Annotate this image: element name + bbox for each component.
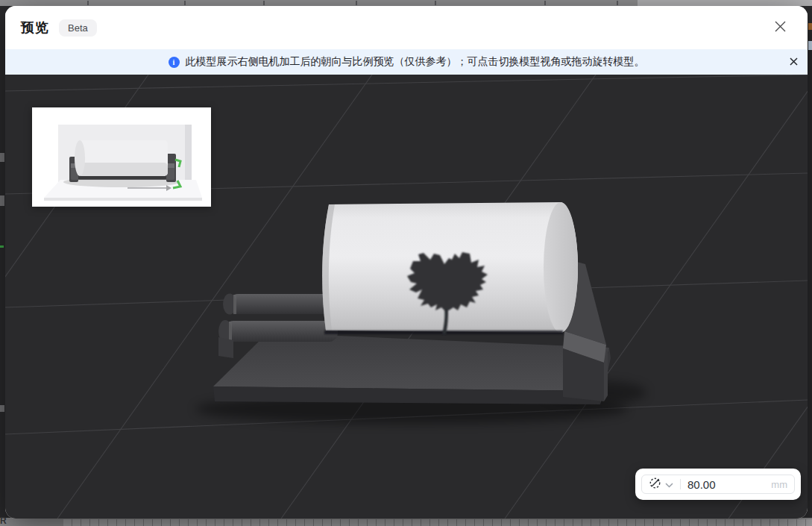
info-icon: i	[169, 57, 180, 68]
info-banner: i 此模型展示右侧电机加工后的朝向与比例预览（仅供参考）；可点击切换模型视角或拖…	[5, 49, 808, 75]
background-top-ruler	[0, 0, 812, 6]
modal-close-button[interactable]	[769, 16, 791, 39]
size-control-field[interactable]: mm	[641, 475, 795, 494]
page-title: 预览	[21, 19, 49, 37]
background-green-fragment	[0, 245, 4, 248]
chevron-down-icon[interactable]	[665, 478, 673, 491]
ruler-tick	[184, 1, 186, 5]
ruler-tick	[356, 1, 357, 5]
machine-base	[213, 333, 611, 404]
diameter-icon[interactable]	[649, 477, 661, 492]
background-right-fragment	[808, 41, 812, 50]
ruler-tick	[87, 1, 89, 5]
unit-label: mm	[771, 479, 787, 490]
close-icon	[790, 57, 798, 68]
beta-badge: Beta	[59, 19, 97, 37]
close-icon	[774, 20, 787, 35]
modal-header: 预览 Beta	[5, 6, 808, 49]
background-bottom-ruler	[63, 519, 812, 526]
ruler-tick	[263, 1, 265, 5]
ruler-tick	[435, 1, 436, 5]
ruler-tick	[544, 1, 546, 5]
preview-modal: 预览 Beta i 此模型展示右侧电机加工后的朝向与比例预览（仅供参考）；可点击…	[5, 6, 808, 519]
ruler-tick	[617, 1, 618, 5]
size-control: mm	[635, 469, 801, 500]
thumbnail-image	[32, 107, 211, 207]
diameter-input[interactable]	[687, 478, 740, 491]
banner-message: 此模型展示右侧电机加工后的朝向与比例预览（仅供参考）；可点击切换模型视角或拖动旋…	[186, 55, 645, 69]
background-top-ruler-light-segment	[638, 0, 812, 6]
background-left-fragment	[0, 405, 4, 412]
background-right-fragment	[808, 23, 812, 30]
background-left-fragment	[0, 195, 4, 206]
viewport-3d[interactable]: mm	[5, 75, 808, 519]
application-background: R 预览 Beta i 此模型展示右侧电机加工后的朝向与比例预览（仅供参考）；可…	[0, 0, 812, 526]
divider	[680, 479, 681, 489]
background-left-fragment	[0, 153, 4, 162]
preview-thumbnail[interactable]	[32, 107, 211, 207]
background-clipped-text: R	[0, 516, 10, 526]
banner-close-button[interactable]	[787, 55, 800, 69]
